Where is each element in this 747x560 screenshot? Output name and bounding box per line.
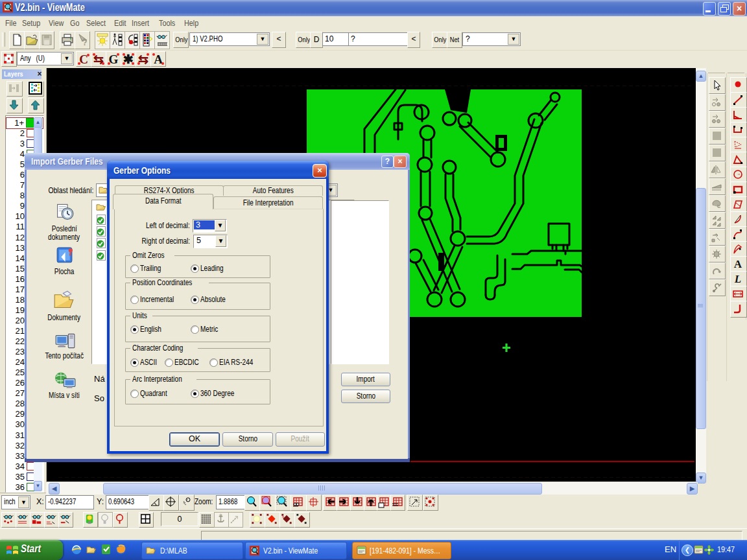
svg-text:C: C	[79, 52, 88, 66]
svg-text:A: A	[734, 258, 742, 270]
svg-text:L: L	[734, 273, 741, 285]
svg-text:?: ?	[82, 38, 87, 47]
svg-text:s: s	[282, 515, 284, 519]
svg-text:A: A	[154, 52, 163, 66]
